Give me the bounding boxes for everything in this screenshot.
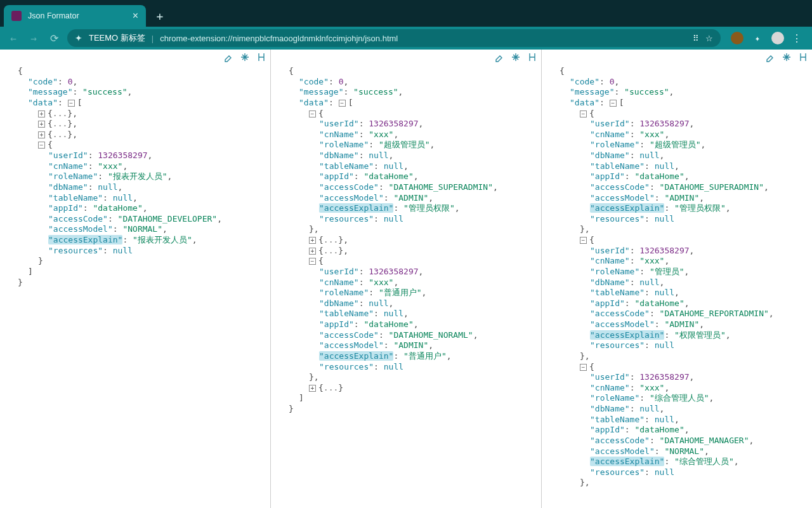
toggle-plus-icon[interactable]: + — [38, 121, 45, 128]
collapse-all-icon[interactable] — [782, 52, 792, 64]
tab-favicon-icon — [11, 11, 22, 21]
extension-badge-icon[interactable] — [731, 32, 743, 44]
panel-toolbar — [223, 52, 266, 64]
align-icon[interactable] — [256, 52, 266, 64]
new-tab-button[interactable]: + — [151, 7, 169, 25]
toggle-plus-icon[interactable]: + — [38, 110, 45, 117]
content-area: { "code": 0, "message": "success", "data… — [0, 50, 812, 508]
toggle-plus-icon[interactable]: + — [309, 248, 316, 255]
toggle-minus-icon[interactable]: − — [68, 100, 75, 107]
tab-title: Json Formator — [28, 11, 126, 20]
json-body[interactable]: { "code": 0, "message": "success", "data… — [271, 50, 541, 420]
eraser-icon[interactable] — [494, 52, 504, 64]
align-icon[interactable] — [527, 52, 537, 64]
toggle-minus-icon[interactable]: − — [309, 258, 316, 265]
bookmark-star-icon[interactable]: ☆ — [705, 34, 713, 43]
eraser-icon[interactable] — [223, 52, 233, 64]
eraser-icon[interactable] — [765, 52, 775, 64]
json-panel-2: { "code": 0, "message": "success", "data… — [271, 50, 542, 508]
browser-tab[interactable]: Json Formator × — [4, 5, 146, 27]
extension-icon: ✦ — [75, 33, 82, 43]
reload-button[interactable]: ⟳ — [47, 32, 61, 44]
toggle-minus-icon[interactable]: − — [610, 100, 617, 107]
extensions-puzzle-icon[interactable]: ✦ — [751, 32, 764, 44]
panel-toolbar — [765, 52, 808, 64]
browser-chrome: Json Formator × + ← → ⟳ ✦ TEEMO 新标签 | ch… — [0, 0, 812, 50]
back-button[interactable]: ← — [6, 32, 20, 44]
toggle-plus-icon[interactable]: + — [309, 385, 316, 392]
json-panel-3: { "code": 0, "message": "success", "data… — [542, 50, 812, 508]
panel-toolbar — [494, 52, 537, 64]
json-body[interactable]: { "code": 0, "message": "success", "data… — [542, 50, 812, 493]
collapse-all-icon[interactable] — [511, 52, 521, 64]
address-bar[interactable]: ✦ TEEMO 新标签 | chrome-extension://nimenpb… — [67, 29, 721, 47]
translate-icon[interactable]: ⠿ — [693, 34, 699, 43]
toggle-plus-icon[interactable]: + — [38, 131, 45, 138]
forward-button[interactable]: → — [27, 32, 41, 44]
json-body[interactable]: { "code": 0, "message": "success", "data… — [0, 50, 270, 293]
toggle-minus-icon[interactable]: − — [339, 100, 346, 107]
url-label: TEEMO 新标签 — [89, 32, 145, 44]
close-tab-icon[interactable]: × — [133, 10, 138, 22]
toggle-minus-icon[interactable]: − — [309, 110, 316, 117]
tab-bar: Json Formator × + — [0, 0, 812, 27]
align-icon[interactable] — [798, 52, 808, 64]
collapse-all-icon[interactable] — [240, 52, 250, 64]
url-path: chrome-extension://nimenpblcfmaoogldnmkl… — [160, 34, 398, 43]
toggle-minus-icon[interactable]: − — [580, 237, 587, 244]
toolbar-right: ✦ ⋮ — [727, 32, 806, 44]
toggle-minus-icon[interactable]: − — [38, 142, 45, 149]
browser-toolbar: ← → ⟳ ✦ TEEMO 新标签 | chrome-extension://n… — [0, 27, 812, 50]
toggle-minus-icon[interactable]: − — [580, 110, 587, 117]
browser-menu-button[interactable]: ⋮ — [792, 32, 802, 44]
toggle-plus-icon[interactable]: + — [309, 237, 316, 244]
profile-avatar-icon[interactable] — [771, 32, 784, 44]
toggle-minus-icon[interactable]: − — [580, 364, 587, 371]
json-panel-1: { "code": 0, "message": "success", "data… — [0, 50, 271, 508]
